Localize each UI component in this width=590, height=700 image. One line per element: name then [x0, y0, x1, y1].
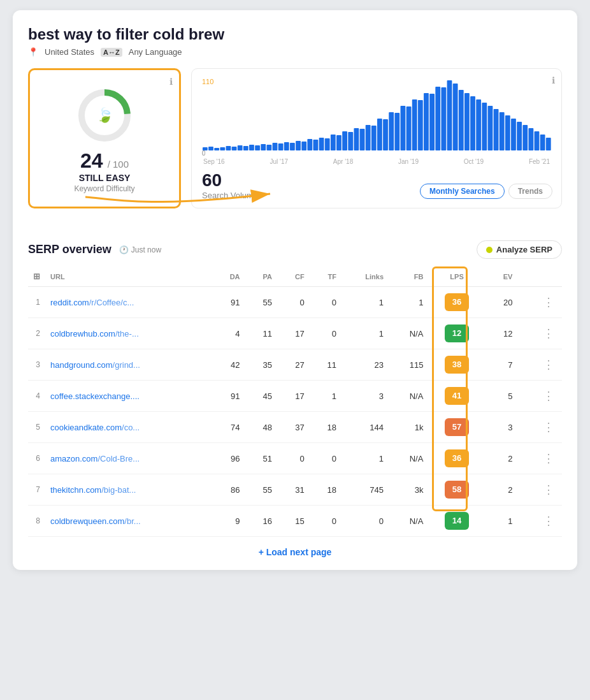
tab-trends[interactable]: Trends	[508, 184, 552, 199]
svg-rect-25	[331, 135, 336, 150]
row-rank: 2	[28, 318, 45, 349]
row-cf: 15	[277, 506, 310, 537]
chart-info-icon[interactable]: ℹ	[552, 75, 555, 85]
row-fb: N/A	[389, 443, 428, 474]
table-row: 1 reddit.com/r/Coffee/c... 91 55 0 0 1 1…	[28, 287, 562, 318]
location-icon: 📍	[28, 47, 38, 57]
kd-info-icon[interactable]: ℹ	[169, 77, 173, 87]
row-tf: 11	[310, 349, 342, 381]
more-options-button[interactable]: ⋮	[540, 483, 557, 497]
svg-rect-15	[273, 143, 278, 150]
row-lps: 14	[428, 506, 485, 537]
page-title: best way to filter cold brew	[28, 26, 562, 43]
more-options-button[interactable]: ⋮	[540, 326, 557, 340]
svg-rect-11	[249, 145, 254, 150]
row-lps: 36	[428, 287, 485, 318]
svg-rect-20	[301, 142, 306, 150]
row-url[interactable]: coffee.stackexchange....	[45, 381, 212, 412]
svg-rect-17	[284, 142, 289, 150]
more-options-button[interactable]: ⋮	[540, 358, 557, 372]
row-cf: 31	[277, 474, 310, 506]
serp-table: ⊞ URL DA PA CF TF Links FB LPS EV 1 redd…	[28, 268, 562, 537]
row-tf: 0	[310, 318, 342, 349]
row-url[interactable]: amazon.com/Cold-Bre...	[45, 443, 212, 474]
tab-monthly-searches[interactable]: Monthly Searches	[420, 184, 505, 199]
svg-rect-34	[383, 119, 388, 150]
row-url[interactable]: handground.com/grind...	[45, 349, 212, 381]
row-more-options[interactable]: ⋮	[517, 506, 562, 537]
row-cf: 17	[277, 381, 310, 412]
row-rank: 5	[28, 412, 45, 443]
row-more-options[interactable]: ⋮	[517, 318, 562, 349]
th-ev: EV	[486, 268, 518, 287]
row-ev: 12	[486, 318, 518, 349]
row-da: 91	[212, 381, 245, 412]
row-ev: 2	[486, 443, 518, 474]
row-more-options[interactable]: ⋮	[517, 474, 562, 506]
svg-rect-26	[336, 135, 342, 150]
row-cf: 0	[277, 287, 310, 318]
row-lps: 38	[428, 349, 485, 381]
kd-score: 24	[80, 149, 103, 173]
load-next-page[interactable]: + Load next page	[28, 547, 562, 557]
more-options-button[interactable]: ⋮	[540, 295, 557, 309]
row-lps: 36	[428, 443, 485, 474]
serp-time: 🕐 Just now	[119, 245, 161, 254]
analyze-btn-label: Analyze SERP	[496, 245, 552, 254]
svg-rect-29	[354, 128, 359, 150]
svg-rect-10	[243, 146, 248, 150]
xlabel-1: Sep '16	[203, 158, 225, 165]
arrow-svg	[79, 191, 334, 229]
row-more-options[interactable]: ⋮	[517, 381, 562, 412]
row-url[interactable]: reddit.com/r/Coffee/c...	[45, 287, 212, 318]
svg-rect-56	[511, 119, 516, 150]
svg-rect-60	[535, 131, 540, 150]
row-url[interactable]: thekitchn.com/big-bat...	[45, 474, 212, 506]
row-more-options[interactable]: ⋮	[517, 443, 562, 474]
table-header-row: ⊞ URL DA PA CF TF Links FB LPS EV	[28, 268, 562, 287]
svg-rect-4	[208, 147, 213, 150]
row-url[interactable]: cookieandkate.com/co...	[45, 412, 212, 443]
row-da: 9	[212, 506, 245, 537]
row-fb: N/A	[389, 506, 428, 537]
th-url: URL	[45, 268, 212, 287]
more-options-button[interactable]: ⋮	[540, 389, 557, 403]
svg-rect-33	[377, 119, 382, 150]
location-label: United States	[45, 47, 94, 57]
row-fb: N/A	[389, 318, 428, 349]
row-fb: N/A	[389, 381, 428, 412]
svg-rect-51	[482, 103, 487, 150]
svg-text:0: 0	[202, 150, 206, 157]
svg-rect-38	[407, 106, 412, 150]
svg-rect-14	[266, 145, 271, 150]
more-options-button[interactable]: ⋮	[540, 451, 557, 465]
row-pa: 55	[245, 474, 277, 506]
svg-rect-43	[435, 87, 440, 150]
row-more-options[interactable]: ⋮	[517, 287, 562, 318]
svg-rect-48	[464, 93, 470, 150]
th-tf: TF	[310, 268, 342, 287]
row-pa: 45	[245, 381, 277, 412]
row-more-options[interactable]: ⋮	[517, 349, 562, 381]
row-url[interactable]: coldbrewqueen.com/br...	[45, 506, 212, 537]
svg-rect-6	[220, 147, 225, 150]
analyze-dot	[486, 247, 493, 253]
svg-rect-19	[296, 141, 301, 150]
svg-rect-52	[488, 106, 493, 150]
svg-rect-49	[470, 96, 475, 150]
xlabel-6: Feb '21	[529, 158, 550, 165]
row-pa: 35	[245, 349, 277, 381]
svg-rect-37	[401, 106, 406, 150]
analyze-serp-button[interactable]: Analyze SERP	[477, 240, 562, 259]
th-lps: LPS	[428, 268, 485, 287]
expand-all-icon[interactable]: ⊞	[33, 272, 40, 281]
row-more-options[interactable]: ⋮	[517, 412, 562, 443]
svg-rect-5	[214, 148, 219, 150]
more-options-button[interactable]: ⋮	[540, 420, 557, 434]
row-url[interactable]: coldbrewhub.com/the-...	[45, 318, 212, 349]
row-cf: 0	[277, 443, 310, 474]
svg-rect-41	[424, 93, 429, 150]
svg-rect-61	[540, 135, 545, 150]
row-rank: 7	[28, 474, 45, 506]
more-options-button[interactable]: ⋮	[540, 514, 557, 528]
